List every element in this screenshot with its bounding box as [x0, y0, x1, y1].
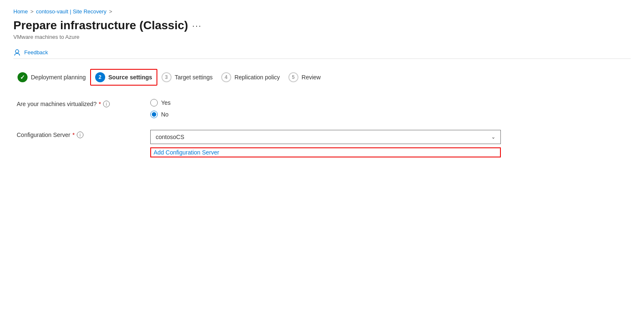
step-review[interactable]: 5 Review	[284, 70, 325, 85]
config-server-label-text: Configuration Server	[17, 132, 70, 138]
checkmark-icon: ✓	[20, 74, 25, 81]
breadcrumb-home[interactable]: Home	[13, 8, 28, 15]
virtualized-label-text: Are your machines virtualized?	[17, 101, 96, 107]
step5-label: Review	[302, 74, 321, 81]
step1-label: Deployment planning	[31, 74, 86, 81]
radio-yes-input[interactable]	[150, 99, 158, 106]
step2-circle: 2	[95, 72, 105, 82]
config-server-value: contosoCS	[156, 134, 184, 140]
virtualized-row: Are your machines virtualized? * i Yes N…	[17, 99, 631, 118]
radio-no-label: No	[161, 111, 169, 118]
feedback-bar[interactable]: Feedback	[13, 46, 631, 59]
feedback-icon	[13, 48, 21, 56]
step4-circle: 4	[221, 72, 231, 82]
step-source-settings[interactable]: 2 Source settings	[90, 69, 157, 86]
config-server-required: *	[72, 132, 74, 138]
config-server-dropdown-container: contosoCS ⌄ Add Configuration Server	[150, 130, 501, 157]
step-deployment-planning[interactable]: ✓ Deployment planning	[13, 70, 90, 85]
page-subtitle: VMware machines to Azure	[13, 34, 631, 40]
config-server-dropdown[interactable]: contosoCS ⌄	[150, 130, 501, 144]
step2-label: Source settings	[109, 74, 152, 81]
virtualized-required: *	[98, 101, 101, 107]
step4-number: 4	[225, 74, 227, 80]
feedback-label: Feedback	[24, 49, 48, 56]
radio-yes-option[interactable]: Yes	[150, 99, 171, 106]
breadcrumb-sep1: >	[30, 8, 34, 15]
config-server-label-group: Configuration Server * i	[17, 130, 150, 138]
breadcrumb-sep2: >	[109, 8, 112, 15]
step1-circle: ✓	[18, 72, 28, 82]
step4-label: Replication policy	[235, 74, 280, 81]
breadcrumb-vault[interactable]: contoso-vault | Site Recovery	[36, 8, 106, 15]
page-container: Home > contoso-vault | Site Recovery > P…	[0, 0, 644, 309]
add-config-server-box: Add Configuration Server	[150, 147, 501, 157]
virtualized-info-icon[interactable]: i	[103, 101, 110, 107]
virtualized-label-group: Are your machines virtualized? * i	[17, 99, 150, 107]
step5-circle: 5	[288, 72, 298, 82]
step3-number: 3	[165, 74, 168, 80]
virtualized-radio-group: Yes No	[150, 99, 171, 118]
page-title-text: Prepare infrastructure (Classic)	[13, 19, 188, 32]
add-config-server-link[interactable]: Add Configuration Server	[154, 149, 219, 156]
step5-number: 5	[292, 74, 295, 80]
step3-label: Target settings	[175, 74, 213, 81]
config-server-info-icon[interactable]: i	[77, 132, 83, 138]
config-server-row: Configuration Server * i contosoCS ⌄ Add…	[17, 130, 631, 157]
radio-yes-label: Yes	[161, 99, 171, 106]
page-title-row: Prepare infrastructure (Classic) ···	[13, 19, 631, 32]
form-section: Are your machines virtualized? * i Yes N…	[13, 99, 631, 157]
radio-no-option[interactable]: No	[150, 111, 171, 118]
radio-no-input[interactable]	[150, 111, 158, 118]
svg-point-0	[15, 50, 19, 53]
step-target-settings[interactable]: 3 Target settings	[157, 70, 217, 85]
step2-number: 2	[98, 74, 101, 80]
step-replication-policy[interactable]: 4 Replication policy	[217, 70, 284, 85]
breadcrumb: Home > contoso-vault | Site Recovery >	[13, 8, 631, 15]
chevron-down-icon: ⌄	[491, 134, 495, 140]
ellipsis-button[interactable]: ···	[192, 21, 202, 30]
steps-bar: ✓ Deployment planning 2 Source settings …	[13, 69, 631, 86]
step3-circle: 3	[162, 72, 172, 82]
